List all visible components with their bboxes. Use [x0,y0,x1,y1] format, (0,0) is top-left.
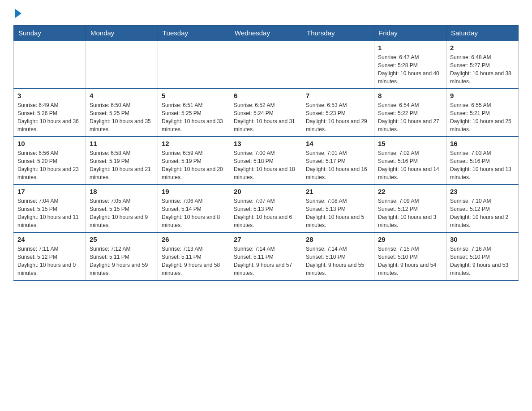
column-header-monday: Monday [86,26,158,41]
column-header-friday: Friday [374,26,446,41]
calendar-cell: 6Sunrise: 6:52 AM Sunset: 5:24 PM Daylig… [230,89,302,137]
calendar-cell: 16Sunrise: 7:03 AM Sunset: 5:16 PM Dayli… [446,137,519,184]
calendar-cell: 15Sunrise: 7:02 AM Sunset: 5:16 PM Dayli… [374,137,446,184]
column-header-tuesday: Tuesday [158,26,230,41]
day-info: Sunrise: 7:03 AM Sunset: 5:16 PM Dayligh… [450,149,515,181]
day-number: 8 [378,92,442,99]
calendar-cell: 27Sunrise: 7:14 AM Sunset: 5:11 PM Dayli… [230,232,302,280]
logo-arrow-icon [15,9,21,18]
logo [13,9,22,18]
calendar-cell: 28Sunrise: 7:14 AM Sunset: 5:10 PM Dayli… [302,232,374,280]
day-number: 29 [378,235,442,243]
calendar-cell [230,41,302,89]
calendar-cell: 30Sunrise: 7:16 AM Sunset: 5:10 PM Dayli… [446,232,519,280]
calendar-table: SundayMondayTuesdayWednesdayThursdayFrid… [13,25,519,281]
day-info: Sunrise: 7:09 AM Sunset: 5:12 PM Dayligh… [378,197,442,229]
calendar-cell: 21Sunrise: 7:08 AM Sunset: 5:13 PM Dayli… [302,184,374,232]
calendar-cell: 11Sunrise: 6:58 AM Sunset: 5:19 PM Dayli… [86,137,158,184]
calendar-cell: 4Sunrise: 6:50 AM Sunset: 5:25 PM Daylig… [86,89,158,137]
calendar-cell: 7Sunrise: 6:53 AM Sunset: 5:23 PM Daylig… [302,89,374,137]
day-info: Sunrise: 6:47 AM Sunset: 5:28 PM Dayligh… [378,53,442,86]
day-number: 12 [162,140,226,147]
calendar-cell: 12Sunrise: 6:59 AM Sunset: 5:19 PM Dayli… [158,137,230,184]
calendar-cell: 5Sunrise: 6:51 AM Sunset: 5:25 PM Daylig… [158,89,230,137]
day-info: Sunrise: 6:51 AM Sunset: 5:25 PM Dayligh… [162,101,226,133]
day-number: 13 [234,140,298,147]
calendar-cell: 22Sunrise: 7:09 AM Sunset: 5:12 PM Dayli… [374,184,446,232]
day-info: Sunrise: 7:08 AM Sunset: 5:13 PM Dayligh… [306,197,370,229]
day-info: Sunrise: 7:15 AM Sunset: 5:10 PM Dayligh… [378,245,442,277]
day-info: Sunrise: 7:04 AM Sunset: 5:15 PM Dayligh… [17,197,82,229]
column-header-wednesday: Wednesday [230,26,302,41]
day-info: Sunrise: 7:02 AM Sunset: 5:16 PM Dayligh… [378,149,442,181]
calendar-cell: 13Sunrise: 7:00 AM Sunset: 5:18 PM Dayli… [230,137,302,184]
calendar-week-2: 3Sunrise: 6:49 AM Sunset: 5:26 PM Daylig… [14,89,519,137]
calendar-cell: 19Sunrise: 7:06 AM Sunset: 5:14 PM Dayli… [158,184,230,232]
calendar-cell: 3Sunrise: 6:49 AM Sunset: 5:26 PM Daylig… [14,89,86,137]
day-number: 7 [306,92,370,99]
day-number: 28 [306,235,370,243]
day-number: 20 [234,188,298,195]
calendar-cell: 18Sunrise: 7:05 AM Sunset: 5:15 PM Dayli… [86,184,158,232]
day-number: 11 [90,140,154,147]
calendar-cell: 14Sunrise: 7:01 AM Sunset: 5:17 PM Dayli… [302,137,374,184]
calendar-week-4: 17Sunrise: 7:04 AM Sunset: 5:15 PM Dayli… [14,184,519,232]
day-info: Sunrise: 6:55 AM Sunset: 5:21 PM Dayligh… [450,101,515,133]
calendar-cell [86,41,158,89]
day-number: 25 [90,235,154,243]
day-info: Sunrise: 6:58 AM Sunset: 5:19 PM Dayligh… [90,149,154,181]
calendar-cell [158,41,230,89]
day-info: Sunrise: 7:12 AM Sunset: 5:11 PM Dayligh… [90,245,154,277]
day-number: 3 [17,92,82,99]
day-number: 2 [450,44,515,51]
calendar-cell: 9Sunrise: 6:55 AM Sunset: 5:21 PM Daylig… [446,89,519,137]
day-number: 26 [162,235,226,243]
day-number: 1 [378,44,442,51]
day-info: Sunrise: 7:07 AM Sunset: 5:13 PM Dayligh… [234,197,298,229]
calendar-cell: 26Sunrise: 7:13 AM Sunset: 5:11 PM Dayli… [158,232,230,280]
day-info: Sunrise: 7:13 AM Sunset: 5:11 PM Dayligh… [162,245,226,277]
day-info: Sunrise: 7:10 AM Sunset: 5:12 PM Dayligh… [450,197,515,229]
day-number: 24 [17,235,82,243]
day-number: 5 [162,92,226,99]
column-header-sunday: Sunday [14,26,86,41]
day-info: Sunrise: 7:01 AM Sunset: 5:17 PM Dayligh… [306,149,370,181]
calendar-cell [14,41,86,89]
day-info: Sunrise: 6:53 AM Sunset: 5:23 PM Dayligh… [306,101,370,133]
calendar-header-row: SundayMondayTuesdayWednesdayThursdayFrid… [14,26,519,41]
day-number: 16 [450,140,515,147]
column-header-thursday: Thursday [302,26,374,41]
day-number: 19 [162,188,226,195]
day-number: 22 [378,188,442,195]
calendar-cell: 1Sunrise: 6:47 AM Sunset: 5:28 PM Daylig… [374,41,446,89]
calendar-cell: 8Sunrise: 6:54 AM Sunset: 5:22 PM Daylig… [374,89,446,137]
calendar-week-1: 1Sunrise: 6:47 AM Sunset: 5:28 PM Daylig… [14,41,519,89]
day-info: Sunrise: 7:16 AM Sunset: 5:10 PM Dayligh… [450,245,515,277]
day-number: 10 [17,140,82,147]
day-info: Sunrise: 6:59 AM Sunset: 5:19 PM Dayligh… [162,149,226,181]
day-info: Sunrise: 6:50 AM Sunset: 5:25 PM Dayligh… [90,101,154,133]
calendar-cell: 25Sunrise: 7:12 AM Sunset: 5:11 PM Dayli… [86,232,158,280]
calendar-cell: 29Sunrise: 7:15 AM Sunset: 5:10 PM Dayli… [374,232,446,280]
day-info: Sunrise: 6:52 AM Sunset: 5:24 PM Dayligh… [234,101,298,133]
day-info: Sunrise: 6:49 AM Sunset: 5:26 PM Dayligh… [17,101,82,133]
day-number: 4 [90,92,154,99]
day-info: Sunrise: 6:54 AM Sunset: 5:22 PM Dayligh… [378,101,442,133]
calendar-cell: 2Sunrise: 6:48 AM Sunset: 5:27 PM Daylig… [446,41,519,89]
day-number: 17 [17,188,82,195]
day-info: Sunrise: 7:11 AM Sunset: 5:12 PM Dayligh… [17,245,82,277]
day-number: 6 [234,92,298,99]
day-number: 30 [450,235,515,243]
day-number: 14 [306,140,370,147]
calendar-cell: 17Sunrise: 7:04 AM Sunset: 5:15 PM Dayli… [14,184,86,232]
calendar-cell [302,41,374,89]
day-info: Sunrise: 7:14 AM Sunset: 5:10 PM Dayligh… [306,245,370,277]
day-number: 27 [234,235,298,243]
calendar-cell: 20Sunrise: 7:07 AM Sunset: 5:13 PM Dayli… [230,184,302,232]
day-info: Sunrise: 7:06 AM Sunset: 5:14 PM Dayligh… [162,197,226,229]
day-info: Sunrise: 6:56 AM Sunset: 5:20 PM Dayligh… [17,149,82,181]
calendar-week-3: 10Sunrise: 6:56 AM Sunset: 5:20 PM Dayli… [14,137,519,184]
page-header [13,9,519,18]
day-number: 18 [90,188,154,195]
day-info: Sunrise: 7:00 AM Sunset: 5:18 PM Dayligh… [234,149,298,181]
